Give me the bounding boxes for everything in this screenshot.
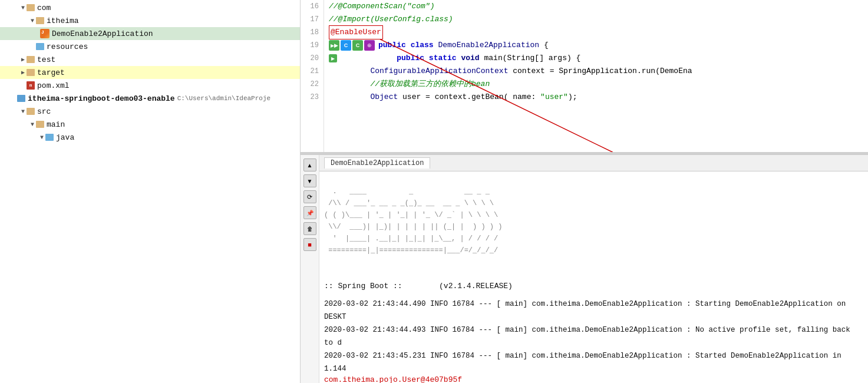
paren-20: (String[] args) {	[503, 52, 581, 65]
annotation-text-18: @EnableUser	[331, 28, 381, 37]
folder-icon-resources	[36, 43, 44, 50]
tree-path-demo03: C:\Users\admin\IdeaProje	[177, 95, 270, 102]
tree-label-java: java	[56, 133, 74, 142]
ascii-art: . ____ _ __ _ _ /\\ / ___'_ __ _ _(_)_ _…	[324, 174, 863, 280]
log-line-3: 2020-03-02 21:43:45.231 INFO 16784 --- […	[324, 349, 863, 375]
kw-void-20: void	[461, 52, 479, 65]
debug-button-19[interactable]: C	[341, 40, 351, 51]
tree-label-test: test	[37, 55, 55, 64]
line-num-22: 22	[301, 78, 319, 91]
line-numbers: 16 17 18 19 20 21 22 23	[301, 0, 324, 152]
arrow-target: ▶	[21, 69, 25, 76]
terminal-area: DemoEnable2Application . ____ _ __ _ _ /…	[319, 155, 868, 383]
extra-button-19[interactable]: ⊕	[364, 40, 375, 51]
spring-boot-version: :: Spring Boot :: (v2.1.4.RELEASE)	[324, 280, 863, 293]
tree-label-target: target	[37, 68, 65, 77]
ascii-pre: . ____ _ __ _ _ /\\ / ___'_ __ _ _(_)_ _…	[324, 186, 863, 256]
log-line-1: 2020-03-02 21:43:44.490 INFO 16784 --- […	[324, 298, 863, 323]
kw-public-20: public	[397, 52, 424, 65]
classname-19: DemoEnable2Application	[438, 39, 539, 52]
coverage-button-19[interactable]: C	[352, 40, 363, 51]
arrow-java: ▼	[40, 134, 44, 141]
run-controls-20: ▶	[329, 54, 376, 62]
tree-label-src: src	[37, 107, 51, 116]
tree-item-com[interactable]: ▼ com	[0, 1, 300, 14]
gutter-pin-btn[interactable]: 📌	[303, 206, 316, 219]
folder-icon-itheima	[36, 17, 44, 24]
folder-icon-demo03	[17, 95, 25, 102]
code-text-22: //获取加载第三方的依赖中的bean	[334, 78, 490, 91]
arrow-com: ▼	[21, 5, 25, 11]
folder-icon-test	[27, 56, 35, 63]
folder-icon-src	[27, 108, 35, 115]
code-line-23: Object user = context.getBean( name: "us…	[329, 91, 868, 104]
code-line-19: ▶ C C ⊕ public class DemoEnable2Applicat…	[329, 39, 868, 52]
file-tree: ▼ com ▼ itheima J DemoEnable2Application…	[0, 0, 301, 383]
tree-item-test[interactable]: ▶ test	[0, 53, 300, 66]
gutter-delete-btn[interactable]: 🗑	[303, 222, 316, 235]
method-main-20: main	[484, 52, 503, 65]
arrow-test: ▶	[21, 56, 25, 63]
tree-item-java[interactable]: ▼ java	[0, 131, 300, 144]
line-num-16: 16	[301, 0, 319, 13]
tree-item-pomxml[interactable]: ▶ m pom.xml	[0, 79, 300, 92]
line-num-19: 19	[301, 39, 319, 52]
gutter-down-btn[interactable]: ▼	[303, 174, 316, 187]
code-section: 16 17 18 19 20 21 22 23 //@ComponentScan…	[301, 0, 868, 152]
code-text-23: Object user = context.getBean( name: "us…	[334, 91, 577, 104]
run-arrow-20[interactable]: ▶	[329, 54, 337, 62]
line-num-17: 17	[301, 13, 319, 26]
code-line-20: ▶ public static void main(String[] args)…	[329, 52, 868, 65]
tree-label-main: main	[47, 120, 65, 129]
terminal-content[interactable]: . ____ _ __ _ _ /\\ / ___'_ __ _ _(_)_ _…	[319, 171, 868, 383]
gutter-up-btn[interactable]: ▲	[303, 159, 316, 171]
kw-public-19: public	[378, 39, 406, 52]
tree-label-demoenable2: DemoEnable2Application	[52, 29, 153, 38]
folder-icon-com	[27, 4, 35, 11]
terminal-tab-bar: DemoEnable2Application	[319, 155, 868, 171]
xml-file-icon-pom: m	[27, 81, 35, 90]
run-button-19[interactable]: ▶	[329, 40, 339, 51]
log-line-2: 2020-03-02 21:43:44.493 INFO 16784 --- […	[324, 323, 863, 349]
gutter-stop-btn[interactable]: ■	[303, 238, 316, 251]
gutter-sync-btn[interactable]: ⟳	[303, 190, 316, 203]
code-line-18: @EnableUser	[329, 26, 868, 39]
line-num-21: 21	[301, 65, 319, 78]
kw-static-20: static	[429, 52, 457, 65]
tree-label-resources: resources	[47, 42, 88, 51]
tree-item-demoenable2application[interactable]: J DemoEnable2Application	[0, 27, 300, 40]
code-line-22: //获取加载第三方的依赖中的bean	[329, 78, 868, 91]
code-text-17: //@Import(UserConfig.class)	[329, 13, 453, 26]
folder-icon-main	[36, 121, 44, 128]
code-content: //@ComponentScan("com") //@Import(UserCo…	[324, 0, 868, 152]
tree-label-com: com	[37, 4, 51, 12]
tree-item-resources[interactable]: ▶ resources	[0, 40, 300, 53]
tree-item-springboot-demo[interactable]: ▶ itheima-springboot-demo03-enable C:\Us…	[0, 92, 300, 105]
tree-label-itheima: itheima	[47, 16, 79, 25]
bottom-panel: ▲ ▼ ⟳ 📌 🗑 ■ DemoEnable2Application . ___…	[301, 154, 868, 383]
code-text-16: //@ComponentScan("com")	[329, 0, 434, 13]
folder-icon-java	[45, 134, 54, 141]
code-line-21: ConfigurableApplicationContext context =…	[329, 65, 868, 78]
run-controls-19: ▶ C C ⊕	[329, 40, 376, 51]
kw-class-19: class	[411, 39, 434, 52]
tree-item-src[interactable]: ▼ src	[0, 105, 300, 118]
arrow-src: ▼	[21, 108, 25, 115]
result-line: com.itheima.pojo.User@4e07b95f	[324, 375, 863, 383]
spacer-1	[324, 293, 863, 298]
tree-label-demo03: itheima-springboot-demo03-enable	[28, 94, 175, 103]
tree-item-main[interactable]: ▼ main	[0, 118, 300, 131]
brace-open-19: {	[544, 39, 549, 52]
line-num-23: 23	[301, 91, 319, 104]
arrow-itheima: ▼	[31, 18, 34, 24]
annotation-enableuser: @EnableUser	[329, 25, 383, 39]
terminal-tab-label[interactable]: DemoEnable2Application	[324, 157, 430, 169]
arrow-main: ▼	[31, 121, 34, 128]
code-text-21: ConfigurableApplicationContext context =…	[334, 65, 692, 78]
tree-item-itheima[interactable]: ▼ itheima	[0, 14, 300, 27]
line-num-20: 20	[301, 52, 319, 65]
line-num-18: 18	[301, 26, 319, 39]
tree-item-target[interactable]: ▶ target	[0, 66, 300, 79]
editor-wrapper: 16 17 18 19 20 21 22 23 //@ComponentScan…	[301, 0, 868, 383]
java-file-icon-demo: J	[40, 29, 49, 38]
